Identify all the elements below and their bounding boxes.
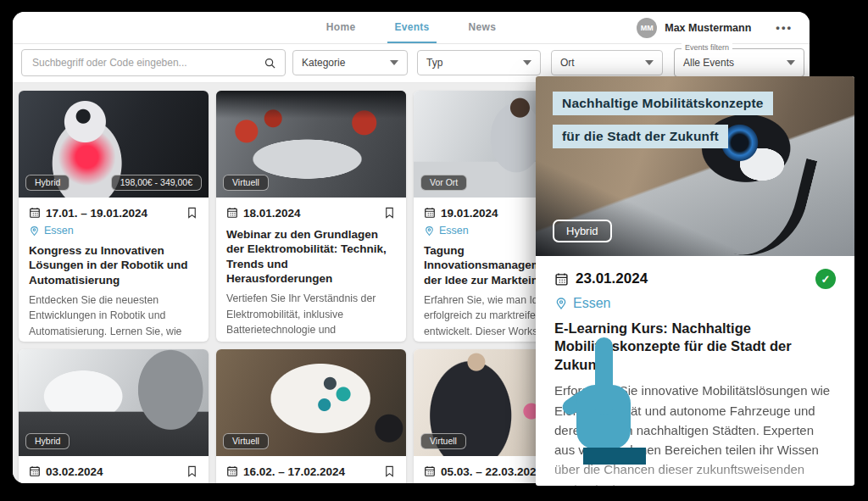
event-price-badge: 198,00€ - 349,00€ (111, 175, 202, 191)
type-select-label: Typ (426, 57, 442, 69)
search-box (21, 49, 286, 76)
calendar-icon (424, 207, 436, 219)
calendar-icon (554, 272, 569, 287)
event-date: 16.02. – 17.02.2024 (243, 465, 345, 478)
event-description: Vertiefen Sie Ihr Verständnis der Elektr… (226, 291, 396, 342)
overflow-menu-icon[interactable]: ••• (771, 20, 798, 35)
user-area: MM Max Mustermann ••• (637, 12, 798, 43)
event-detail-image: Nachhaltige Mobilitätskonzepte für die S… (536, 76, 854, 256)
event-detail-card[interactable]: Nachhaltige Mobilitätskonzepte für die S… (536, 76, 854, 486)
bookmark-button[interactable] (383, 205, 396, 220)
event-type-badge: Virtuell (223, 175, 269, 191)
event-date: 19.01.2024 (441, 207, 498, 220)
event-date: 18.01.2024 (243, 207, 301, 220)
image-caption-line1: Nachhaltige Mobilitätskonzepte (553, 92, 773, 115)
bookmark-button[interactable] (186, 464, 198, 479)
search-icon[interactable] (264, 57, 276, 70)
event-title: Webinar zu den Grundlagen der Elektromob… (226, 227, 396, 286)
event-date: 03.02.2024 (46, 465, 103, 478)
tab-events[interactable]: Events (387, 12, 436, 43)
event-image: Virtuell (216, 91, 406, 198)
category-select-label: Kategorie (302, 57, 345, 69)
event-location: Essen (439, 225, 469, 237)
event-location: Essen (44, 225, 74, 237)
caret-down-icon (390, 60, 398, 65)
image-caption-line2: für die Stadt der Zukunft (553, 125, 728, 148)
user-name: Max Mustermann (665, 22, 751, 34)
events-filter-select[interactable]: Events filtern Alle Events (674, 48, 804, 77)
calendar-icon (226, 207, 238, 219)
bookmark-button[interactable] (383, 464, 396, 479)
event-date: 23.01.2024 (576, 270, 648, 287)
location-pin-icon (554, 297, 568, 310)
type-select[interactable]: Typ (417, 50, 541, 75)
event-description: Erforschen Sie innovative Mobilitätslösu… (554, 381, 836, 486)
event-card-body: 16.02. – 17.02.2024 (216, 456, 406, 479)
event-image: Virtuell (216, 349, 406, 456)
event-type-badge: Virtuell (223, 433, 269, 449)
tab-news[interactable]: News (462, 12, 504, 43)
events-filter-value: Alle Events (683, 57, 734, 69)
events-filter-legend: Events filtern (682, 43, 732, 53)
event-card[interactable]: Hybrid 198,00€ - 349,00€ 17.01. – 19.01.… (19, 91, 209, 342)
calendar-icon (226, 465, 238, 477)
event-type-badge: Hybrid (25, 433, 70, 449)
caret-down-icon (787, 60, 795, 65)
event-date: 05.03. – 22.03.2024 (441, 465, 542, 478)
event-card-body: 03.02.2024 (19, 456, 209, 479)
event-card[interactable]: Virtuell 18.01.2024 (216, 91, 406, 342)
location-pin-icon (424, 225, 435, 237)
event-type-badge: Vor Ort (420, 175, 467, 191)
avatar[interactable]: MM (637, 18, 657, 38)
event-card[interactable]: Hybrid 03.02.2024 (19, 349, 209, 483)
category-select[interactable]: Kategorie (292, 50, 408, 75)
calendar-icon (29, 207, 41, 219)
event-type-badge: Hybrid (553, 220, 612, 242)
event-title: E-Learning Kurs: Nachhaltige Mobilitätsk… (554, 320, 836, 374)
caret-down-icon (645, 60, 654, 65)
event-image: Hybrid (19, 349, 209, 456)
event-date: 17.01. – 19.01.2024 (46, 207, 147, 220)
event-description: Entdecken Sie die neuesten Entwicklungen… (29, 292, 198, 342)
caret-down-icon (523, 60, 531, 65)
event-location: Essen (573, 296, 610, 311)
event-card-body: 18.01.2024 Webinar zu den Grundlagen der… (216, 198, 406, 342)
check-circle-icon: ✓ (815, 269, 836, 289)
event-type-badge: Hybrid (25, 175, 70, 191)
search-input[interactable] (31, 56, 264, 70)
location-select-label: Ort (560, 57, 575, 69)
screen: Home Events News MM Max Mustermann ••• K… (0, 0, 868, 501)
event-card[interactable]: Virtuell 16.02. – 17.02.2024 (216, 349, 406, 483)
location-select[interactable]: Ort (551, 50, 663, 75)
bookmark-button[interactable] (186, 205, 198, 220)
event-card-body: 17.01. – 19.01.2024 Essen Kongress zu In… (19, 198, 209, 342)
event-type-badge: Virtuell (420, 433, 466, 449)
calendar-icon (424, 465, 436, 477)
location-pin-icon (29, 225, 40, 237)
app-bar: Home Events News MM Max Mustermann ••• (13, 12, 810, 44)
tab-home[interactable]: Home (320, 12, 363, 43)
calendar-icon (29, 465, 41, 477)
event-image: Hybrid 198,00€ - 349,00€ (19, 91, 209, 198)
event-detail-body: 23.01.2024 ✓ Essen E-Learning Kurs: Nach… (536, 256, 854, 486)
event-title: Kongress zu Innovativen Lösungen in der … (29, 243, 198, 287)
